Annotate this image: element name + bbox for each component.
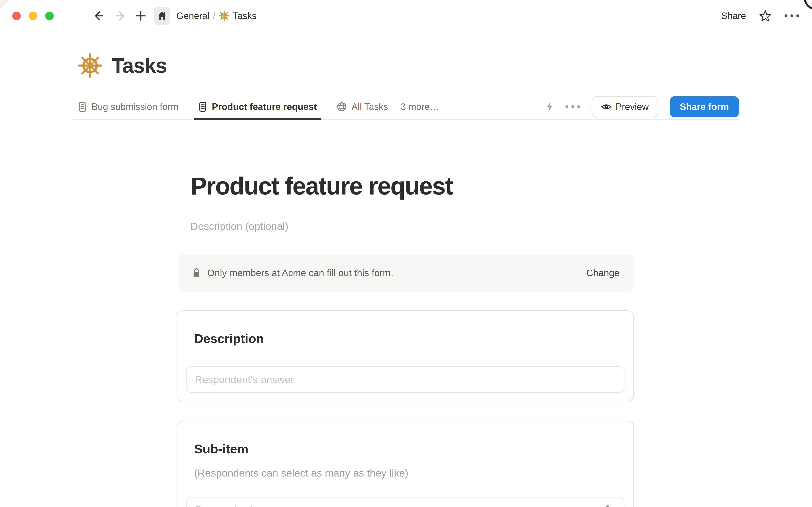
tab-label: Product feature request	[212, 102, 317, 112]
sub-item-answer-input[interactable]: Respondent's answer	[186, 497, 625, 507]
access-notice-text: Only members at Acme can fill out this f…	[207, 268, 393, 278]
preview-button[interactable]: Preview	[592, 96, 658, 117]
new-tab-plus-icon[interactable]	[135, 10, 147, 22]
form-title[interactable]: Product feature request	[190, 171, 453, 202]
minimize-window-button[interactable]	[29, 12, 37, 20]
field-label: Sub-item	[194, 442, 617, 457]
description-answer-input[interactable]: Respondent's answer	[186, 367, 625, 393]
automation-lightning-icon[interactable]	[545, 101, 554, 112]
tab-label: Bug submission form	[92, 102, 178, 112]
preview-label: Preview	[616, 102, 649, 112]
field-card-sub-item: Sub-item (Respondents can select as many…	[177, 421, 634, 507]
tab-more[interactable]: 3 more…	[394, 94, 445, 119]
traffic-lights	[12, 12, 54, 20]
back-arrow-icon[interactable]	[93, 10, 105, 22]
input-placeholder: Respondent's answer	[195, 374, 294, 385]
page-icon-ship-wheel[interactable]	[78, 53, 102, 78]
more-options-icon[interactable]	[785, 14, 799, 17]
change-access-link[interactable]: Change	[586, 268, 620, 278]
lock-icon	[192, 268, 201, 278]
tab-all-tasks[interactable]: All Tasks	[330, 94, 394, 119]
view-options-icon[interactable]	[566, 105, 580, 108]
share-form-label: Share form	[680, 102, 729, 112]
zoom-window-button[interactable]	[45, 12, 54, 20]
share-form-button[interactable]: Share form	[670, 96, 739, 117]
forward-arrow-icon[interactable]	[114, 10, 126, 22]
breadcrumb-separator: /	[213, 11, 216, 21]
breadcrumb: General / Tasks	[176, 11, 256, 21]
favorite-star-icon[interactable]	[759, 10, 771, 22]
view-tabbar: Bug submission form Product feature requ…	[73, 94, 739, 120]
close-window-button[interactable]	[12, 12, 21, 20]
tab-bug-submission-form[interactable]: Bug submission form	[73, 94, 185, 119]
globe-icon	[337, 102, 347, 112]
window-titlebar: General / Tasks Share	[0, 0, 812, 32]
ship-wheel-icon	[219, 11, 229, 21]
sidebar-menu-icon[interactable]	[68, 11, 80, 20]
form-doc-icon	[198, 102, 207, 112]
window-corner-shade	[0, 0, 8, 8]
home-button[interactable]	[154, 7, 170, 25]
field-label: Description	[194, 331, 617, 346]
breadcrumb-page[interactable]: Tasks	[233, 11, 256, 21]
share-button[interactable]: Share	[721, 11, 746, 21]
tab-label: 3 more…	[401, 102, 439, 112]
form-doc-icon	[78, 102, 87, 112]
select-chevron-icon	[603, 503, 612, 507]
access-notice-banner: Only members at Acme can fill out this f…	[178, 255, 634, 291]
tab-product-feature-request[interactable]: Product feature request	[192, 94, 323, 119]
field-hint: (Respondents can select as many as they …	[194, 466, 617, 480]
page-title: Tasks	[112, 54, 167, 77]
breadcrumb-workspace[interactable]: General	[176, 11, 210, 21]
tab-label: All Tasks	[351, 102, 388, 112]
home-icon	[157, 11, 167, 21]
form-description-placeholder[interactable]: Description (optional)	[190, 220, 288, 232]
eye-icon	[601, 102, 611, 112]
field-card-description: Description Respondent's answer	[177, 311, 634, 401]
input-placeholder: Respondent's answer	[195, 504, 294, 507]
